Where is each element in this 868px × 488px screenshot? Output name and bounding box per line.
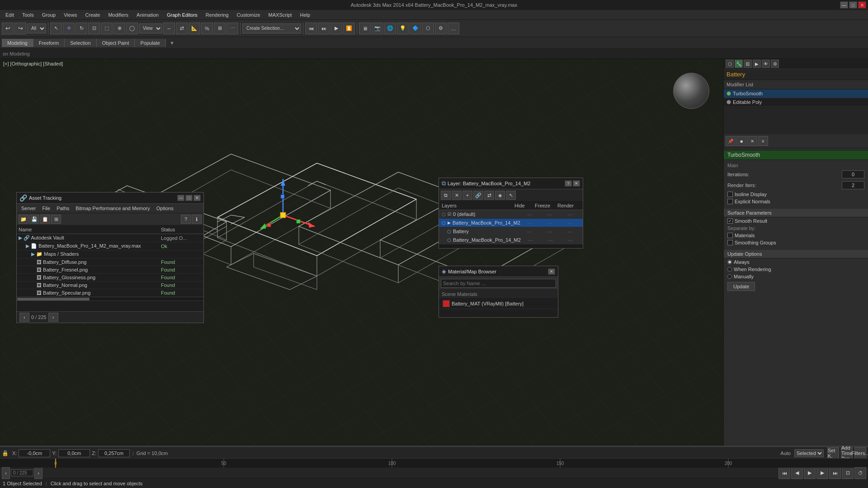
materials-checkbox[interactable] bbox=[727, 233, 733, 238]
sub-btn-object-paint[interactable]: Object Paint bbox=[97, 39, 135, 47]
sub-btn-freeform[interactable]: Freeform bbox=[33, 39, 65, 47]
show-end-btn[interactable]: ■ bbox=[736, 136, 746, 146]
close-button[interactable]: ✕ bbox=[858, 1, 866, 9]
lw-btn-link[interactable]: 🔗 bbox=[473, 191, 483, 200]
iterations-value[interactable]: 0 bbox=[842, 170, 864, 178]
render-btn8[interactable]: … bbox=[448, 23, 459, 34]
rp-icon-modify[interactable]: 🔧 bbox=[735, 60, 743, 68]
undo-btn[interactable]: ↩ bbox=[2, 23, 14, 34]
transport-scroll-left[interactable]: ‹ bbox=[2, 467, 10, 479]
when-rendering-radio[interactable] bbox=[727, 267, 732, 272]
at-btn2[interactable]: 💾 bbox=[29, 215, 39, 224]
sub-btn-modeling[interactable]: Modeling bbox=[2, 39, 33, 47]
update-button[interactable]: Update bbox=[727, 282, 755, 291]
anim-btn2[interactable]: ⏭ bbox=[318, 23, 330, 34]
redo-btn[interactable]: ↪ bbox=[14, 23, 26, 34]
menu-animation[interactable]: Animation bbox=[133, 11, 162, 19]
layer-row-battery-macbook2[interactable]: ⬡ Battery_MacBook_Pro_14_M2 — — — bbox=[439, 236, 583, 244]
filters-btn[interactable]: Filters... bbox=[854, 447, 866, 459]
transport-next-key[interactable]: ⏭ bbox=[829, 467, 841, 479]
sub-btn-populate[interactable]: Populate bbox=[135, 39, 165, 47]
pin-stack-btn[interactable]: 📌 bbox=[726, 136, 736, 146]
transport-key-mode[interactable]: ⊡ bbox=[842, 467, 854, 479]
at-row-vault[interactable]: ▶ 🔗 Autodesk Vault Logged O... bbox=[17, 234, 203, 242]
menu-graph-editors[interactable]: Graph Editors bbox=[163, 11, 201, 19]
render-btn5[interactable]: 🔷 bbox=[410, 23, 421, 34]
smoothing-groups-checkbox[interactable] bbox=[727, 240, 733, 245]
tool9[interactable]: ⇄ bbox=[176, 23, 188, 34]
tool6[interactable]: ⊕ bbox=[113, 23, 125, 34]
at-menu-server[interactable]: Server bbox=[19, 205, 38, 212]
select-btn[interactable]: ↖ bbox=[50, 23, 62, 34]
tool12[interactable]: ⊞ bbox=[214, 23, 226, 34]
lw-btn-unlink[interactable]: ⇄ bbox=[484, 191, 494, 200]
lw-btn-select[interactable]: ↖ bbox=[506, 191, 516, 200]
smooth-result-checkbox[interactable] bbox=[727, 218, 733, 224]
layer-row-battery-macbook[interactable]: ⬡ ▶ Battery_MacBook_Pro_14_M2 — — — bbox=[439, 219, 583, 227]
at-row-diffuse[interactable]: 🖼 Battery_Diffuse.png Found bbox=[17, 258, 203, 266]
sub-btn-selection[interactable]: Selection bbox=[65, 39, 96, 47]
config-mod-btn[interactable]: ≡ bbox=[758, 136, 768, 146]
tool13[interactable]: ⋯ bbox=[226, 23, 238, 34]
transport-scroll-right[interactable]: › bbox=[34, 467, 42, 479]
at-row-normal[interactable]: 🖼 Battery_Normal.png Found bbox=[17, 282, 203, 289]
always-radio[interactable] bbox=[727, 260, 732, 264]
rotate-btn[interactable]: ↻ bbox=[75, 23, 87, 34]
menu-create[interactable]: Create bbox=[81, 11, 104, 19]
menu-edit[interactable]: Edit bbox=[2, 11, 18, 19]
at-minimize-btn[interactable]: — bbox=[177, 195, 184, 201]
at-menu-paths[interactable]: Paths bbox=[54, 205, 72, 212]
at-row-glossiness[interactable]: 🖼 Battery_Glossiness.png Found bbox=[17, 274, 203, 282]
rp-icon-utilities[interactable]: ⚙ bbox=[771, 60, 779, 68]
at-btn1[interactable]: 📁 bbox=[19, 215, 28, 224]
transport-time-config[interactable]: ⏱ bbox=[854, 467, 866, 479]
tool11[interactable]: % bbox=[201, 23, 213, 34]
create-selection-dropdown[interactable]: Create Selection... bbox=[242, 23, 301, 33]
render-btn6[interactable]: ⬡ bbox=[422, 23, 434, 34]
anim-btn4[interactable]: ⏫ bbox=[343, 23, 355, 34]
rp-icon-motion[interactable]: ▶ bbox=[753, 60, 761, 68]
lw-btn-highlight[interactable]: ◈ bbox=[495, 191, 505, 200]
mat-browser-search-input[interactable] bbox=[441, 279, 556, 288]
transport-play[interactable]: ▶ bbox=[804, 467, 816, 479]
at-close-btn[interactable]: ✕ bbox=[193, 195, 201, 201]
at-scrollbar-h[interactable] bbox=[17, 297, 203, 300]
at-btn3[interactable]: 📋 bbox=[40, 215, 50, 224]
render-btn7[interactable]: ⚙ bbox=[435, 23, 447, 34]
menu-views[interactable]: Views bbox=[60, 11, 80, 19]
at-help-btn[interactable]: ? bbox=[181, 215, 191, 224]
set-key-btn[interactable]: Set K. bbox=[827, 447, 839, 459]
lw-btn-delete[interactable]: ✕ bbox=[452, 191, 462, 200]
lw-btn-layers[interactable]: ⧉ bbox=[441, 191, 451, 200]
manually-radio[interactable] bbox=[727, 274, 732, 279]
remove-mod-btn[interactable]: ✕ bbox=[747, 136, 757, 146]
render-btn4[interactable]: 💡 bbox=[397, 23, 409, 34]
menu-group[interactable]: Group bbox=[38, 11, 60, 19]
at-menu-file[interactable]: File bbox=[39, 205, 53, 212]
at-restore-btn[interactable]: □ bbox=[185, 195, 193, 201]
scale-btn[interactable]: ⊡ bbox=[88, 23, 100, 34]
menu-help[interactable]: Help bbox=[297, 11, 314, 19]
tool8[interactable]: ↔ bbox=[163, 23, 175, 34]
isoline-checkbox[interactable] bbox=[727, 192, 733, 197]
move-btn[interactable]: ✛ bbox=[63, 23, 75, 34]
anim-btn1[interactable]: ⏮ bbox=[305, 23, 317, 34]
at-scroll-thumb[interactable] bbox=[17, 298, 90, 300]
menu-customize[interactable]: Customize bbox=[233, 11, 264, 19]
mod-editable-poly[interactable]: Editable Poly bbox=[724, 98, 868, 107]
menu-tools[interactable]: Tools bbox=[19, 11, 38, 19]
menu-rendering[interactable]: Rendering bbox=[202, 11, 232, 19]
mode-dropdown[interactable]: All bbox=[27, 23, 46, 33]
y-coord-input[interactable] bbox=[58, 449, 90, 457]
mat-browser-item-battery[interactable]: Battery_MAT (VRayMtl) [Battery] bbox=[439, 299, 558, 309]
render-iters-value[interactable]: 2 bbox=[842, 181, 864, 189]
rp-icon-display[interactable]: 👁 bbox=[762, 60, 770, 68]
menu-modifiers[interactable]: Modifiers bbox=[104, 11, 132, 19]
mb-close-btn[interactable]: ✕ bbox=[548, 268, 555, 275]
rp-icon-create[interactable]: ⬡ bbox=[726, 60, 734, 68]
render-btn1[interactable]: 🖥 bbox=[359, 23, 371, 34]
at-menu-bitmap[interactable]: Bitmap Performance and Memory bbox=[73, 205, 152, 212]
at-row-fresnel[interactable]: 🖼 Battery_Fresnel.png Found bbox=[17, 266, 203, 274]
layer-scrollbar[interactable] bbox=[439, 244, 583, 248]
render-btn3[interactable]: 🌐 bbox=[384, 23, 396, 34]
